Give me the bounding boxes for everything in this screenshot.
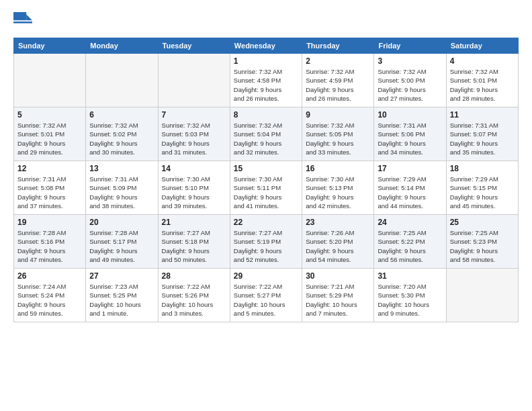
calendar-cell: 6Sunrise: 7:32 AM Sunset: 5:02 PM Daylig… [86, 107, 158, 161]
day-number: 16 [306, 164, 370, 173]
weekday-header-sunday: Sunday [14, 38, 86, 54]
week-row-4: 19Sunrise: 7:28 AM Sunset: 5:16 PM Dayli… [14, 215, 519, 269]
day-info: Sunrise: 7:29 AM Sunset: 5:15 PM Dayligh… [450, 175, 515, 210]
day-number: 11 [450, 110, 515, 120]
calendar-table: SundayMondayTuesdayWednesdayThursdayFrid… [13, 38, 519, 322]
calendar-page: SundayMondayTuesdayWednesdayThursdayFrid… [0, 0, 532, 411]
calendar-cell: 4Sunrise: 7:32 AM Sunset: 5:01 PM Daylig… [446, 54, 518, 107]
day-number: 29 [234, 271, 298, 281]
calendar-cell: 3Sunrise: 7:32 AM Sunset: 5:00 PM Daylig… [374, 54, 446, 107]
calendar-cell: 17Sunrise: 7:29 AM Sunset: 5:14 PM Dayli… [374, 161, 446, 215]
calendar-cell: 22Sunrise: 7:27 AM Sunset: 5:19 PM Dayli… [230, 215, 302, 269]
calendar-cell: 16Sunrise: 7:30 AM Sunset: 5:13 PM Dayli… [302, 161, 374, 215]
day-info: Sunrise: 7:21 AM Sunset: 5:29 PM Dayligh… [306, 282, 370, 318]
day-number: 12 [17, 164, 82, 173]
day-number: 18 [450, 164, 515, 173]
calendar-cell: 30Sunrise: 7:21 AM Sunset: 5:29 PM Dayli… [302, 269, 374, 322]
day-number: 21 [162, 218, 226, 227]
header [13, 12, 519, 31]
calendar-cell: 7Sunrise: 7:32 AM Sunset: 5:03 PM Daylig… [158, 107, 230, 161]
day-info: Sunrise: 7:22 AM Sunset: 5:26 PM Dayligh… [162, 282, 226, 318]
weekday-header-saturday: Saturday [446, 38, 518, 54]
logo-icon [13, 12, 32, 31]
day-info: Sunrise: 7:29 AM Sunset: 5:14 PM Dayligh… [378, 175, 442, 210]
day-number: 5 [17, 110, 82, 120]
day-number: 9 [306, 110, 370, 120]
week-row-2: 5Sunrise: 7:32 AM Sunset: 5:01 PM Daylig… [14, 107, 519, 161]
day-number: 1 [234, 56, 298, 66]
weekday-header-monday: Monday [86, 38, 158, 54]
day-number: 7 [162, 110, 226, 120]
day-info: Sunrise: 7:32 AM Sunset: 5:04 PM Dayligh… [234, 121, 298, 156]
day-number: 26 [17, 271, 82, 281]
day-info: Sunrise: 7:31 AM Sunset: 5:09 PM Dayligh… [89, 175, 154, 210]
day-info: Sunrise: 7:28 AM Sunset: 5:17 PM Dayligh… [89, 228, 154, 264]
svg-rect-1 [13, 12, 26, 20]
calendar-cell: 2Sunrise: 7:32 AM Sunset: 4:59 PM Daylig… [302, 54, 374, 107]
day-info: Sunrise: 7:31 AM Sunset: 5:07 PM Dayligh… [450, 121, 515, 156]
calendar-cell: 25Sunrise: 7:25 AM Sunset: 5:23 PM Dayli… [446, 215, 518, 269]
calendar-cell: 11Sunrise: 7:31 AM Sunset: 5:07 PM Dayli… [446, 107, 518, 161]
day-info: Sunrise: 7:30 AM Sunset: 5:11 PM Dayligh… [234, 175, 298, 210]
day-info: Sunrise: 7:31 AM Sunset: 5:08 PM Dayligh… [17, 175, 82, 210]
day-number: 17 [378, 164, 442, 173]
calendar-cell: 27Sunrise: 7:23 AM Sunset: 5:25 PM Dayli… [86, 269, 158, 322]
calendar-cell: 23Sunrise: 7:26 AM Sunset: 5:20 PM Dayli… [302, 215, 374, 269]
day-number: 15 [234, 164, 298, 173]
calendar-cell [14, 54, 86, 107]
day-info: Sunrise: 7:32 AM Sunset: 4:58 PM Dayligh… [234, 67, 298, 103]
day-info: Sunrise: 7:32 AM Sunset: 5:05 PM Dayligh… [306, 121, 370, 156]
calendar-cell: 18Sunrise: 7:29 AM Sunset: 5:15 PM Dayli… [446, 161, 518, 215]
calendar-cell: 31Sunrise: 7:20 AM Sunset: 5:30 PM Dayli… [374, 269, 446, 322]
calendar-cell: 1Sunrise: 7:32 AM Sunset: 4:58 PM Daylig… [230, 54, 302, 107]
calendar-cell: 8Sunrise: 7:32 AM Sunset: 5:04 PM Daylig… [230, 107, 302, 161]
day-number: 10 [378, 110, 442, 120]
day-info: Sunrise: 7:31 AM Sunset: 5:06 PM Dayligh… [378, 121, 442, 156]
week-row-1: 1Sunrise: 7:32 AM Sunset: 4:58 PM Daylig… [14, 54, 519, 107]
day-number: 3 [378, 56, 442, 66]
day-number: 25 [450, 218, 515, 227]
day-number: 30 [306, 271, 370, 281]
day-info: Sunrise: 7:25 AM Sunset: 5:23 PM Dayligh… [450, 228, 515, 264]
svg-marker-0 [26, 15, 32, 21]
day-number: 22 [234, 218, 298, 227]
day-number: 8 [234, 110, 298, 120]
calendar-cell: 15Sunrise: 7:30 AM Sunset: 5:11 PM Dayli… [230, 161, 302, 215]
calendar-cell: 14Sunrise: 7:30 AM Sunset: 5:10 PM Dayli… [158, 161, 230, 215]
day-info: Sunrise: 7:32 AM Sunset: 5:03 PM Dayligh… [162, 121, 226, 156]
calendar-cell: 20Sunrise: 7:28 AM Sunset: 5:17 PM Dayli… [86, 215, 158, 269]
day-info: Sunrise: 7:26 AM Sunset: 5:20 PM Dayligh… [306, 228, 370, 264]
calendar-cell: 10Sunrise: 7:31 AM Sunset: 5:06 PM Dayli… [374, 107, 446, 161]
day-number: 27 [89, 271, 154, 281]
day-info: Sunrise: 7:23 AM Sunset: 5:25 PM Dayligh… [89, 282, 154, 318]
calendar-cell: 12Sunrise: 7:31 AM Sunset: 5:08 PM Dayli… [14, 161, 86, 215]
day-info: Sunrise: 7:25 AM Sunset: 5:22 PM Dayligh… [378, 228, 442, 264]
day-info: Sunrise: 7:32 AM Sunset: 4:59 PM Dayligh… [306, 67, 370, 103]
day-info: Sunrise: 7:27 AM Sunset: 5:18 PM Dayligh… [162, 228, 226, 264]
day-info: Sunrise: 7:32 AM Sunset: 5:00 PM Dayligh… [378, 67, 442, 103]
day-info: Sunrise: 7:24 AM Sunset: 5:24 PM Dayligh… [17, 282, 82, 318]
day-number: 19 [17, 218, 82, 227]
calendar-cell [86, 54, 158, 107]
day-number: 31 [378, 271, 442, 281]
svg-rect-2 [13, 21, 32, 24]
week-row-3: 12Sunrise: 7:31 AM Sunset: 5:08 PM Dayli… [14, 161, 519, 215]
weekday-header-thursday: Thursday [302, 38, 374, 54]
calendar-cell: 28Sunrise: 7:22 AM Sunset: 5:26 PM Dayli… [158, 269, 230, 322]
weekday-header-wednesday: Wednesday [230, 38, 302, 54]
weekday-header-friday: Friday [374, 38, 446, 54]
day-number: 6 [89, 110, 154, 120]
day-info: Sunrise: 7:20 AM Sunset: 5:30 PM Dayligh… [378, 282, 442, 318]
calendar-cell: 24Sunrise: 7:25 AM Sunset: 5:22 PM Dayli… [374, 215, 446, 269]
day-number: 4 [450, 56, 515, 66]
day-info: Sunrise: 7:32 AM Sunset: 5:01 PM Dayligh… [17, 121, 82, 156]
day-number: 24 [378, 218, 442, 227]
day-number: 2 [306, 56, 370, 66]
day-info: Sunrise: 7:22 AM Sunset: 5:27 PM Dayligh… [234, 282, 298, 318]
day-info: Sunrise: 7:30 AM Sunset: 5:13 PM Dayligh… [306, 175, 370, 210]
weekday-header-row: SundayMondayTuesdayWednesdayThursdayFrid… [14, 38, 519, 54]
week-row-5: 26Sunrise: 7:24 AM Sunset: 5:24 PM Dayli… [14, 269, 519, 322]
day-info: Sunrise: 7:27 AM Sunset: 5:19 PM Dayligh… [234, 228, 298, 264]
day-info: Sunrise: 7:30 AM Sunset: 5:10 PM Dayligh… [162, 175, 226, 210]
day-number: 28 [162, 271, 226, 281]
